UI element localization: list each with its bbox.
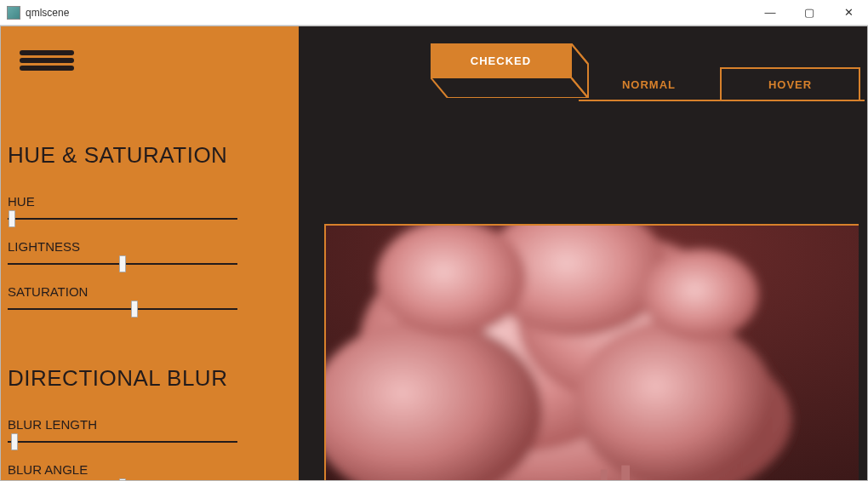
slider-lightness: LIGHTNESS: [8, 239, 292, 272]
window-close-button[interactable]: ✕: [829, 0, 868, 26]
slider-label: HUE: [8, 194, 292, 209]
section-hue-saturation: HUE & SATURATION HUE LIGHTNESS SATURATIO…: [1, 142, 299, 318]
app-frame: HUE & SATURATION HUE LIGHTNESS SATURATIO…: [0, 26, 868, 481]
section-directional-blur: DIRECTIONAL BLUR BLUR LENGTH BLUR ANGLE: [1, 365, 299, 480]
slider-thumb[interactable]: [119, 255, 126, 272]
window-maximize-button[interactable]: ▢: [790, 0, 829, 26]
top-button-bar: CHECKED NORMAL HOVER: [431, 43, 860, 112]
slider-thumb[interactable]: [131, 301, 138, 318]
slider-blur-length: BLUR LENGTH: [8, 417, 292, 450]
slider-blur-angle: BLUR ANGLE: [8, 462, 292, 480]
slider-track[interactable]: [8, 301, 237, 318]
button-label: HOVER: [768, 78, 812, 91]
smoke-cloud-image: [326, 226, 859, 480]
slider-saturation: SATURATION: [8, 284, 292, 318]
window-minimize-button[interactable]: —: [751, 0, 790, 26]
slider-hue: HUE: [8, 194, 292, 227]
svg-rect-15: [621, 466, 630, 480]
normal-button[interactable]: NORMAL: [579, 67, 719, 101]
app-icon: [7, 6, 20, 20]
svg-marker-0: [431, 77, 588, 98]
window-title: qmlscene: [26, 7, 69, 19]
svg-point-13: [642, 249, 759, 341]
slider-label: SATURATION: [8, 284, 292, 299]
image-preview: [324, 224, 859, 480]
button-label: CHECKED: [471, 54, 531, 67]
sidebar: HUE & SATURATION HUE LIGHTNESS SATURATIO…: [1, 26, 299, 480]
svg-rect-14: [601, 469, 608, 480]
slider-track[interactable]: [8, 210, 237, 227]
section-title: DIRECTIONAL BLUR: [8, 365, 292, 392]
button-label: NORMAL: [622, 78, 676, 91]
window-titlebar: qmlscene — ▢ ✕: [0, 0, 868, 26]
slider-thumb[interactable]: [11, 433, 18, 450]
hamburger-menu-icon[interactable]: [20, 47, 74, 74]
checked-button[interactable]: CHECKED: [431, 43, 571, 77]
section-title: HUE & SATURATION: [8, 142, 292, 169]
slider-track[interactable]: [8, 255, 237, 272]
hover-button[interactable]: HOVER: [720, 67, 860, 101]
slider-label: LIGHTNESS: [8, 239, 292, 254]
slider-thumb[interactable]: [119, 478, 126, 480]
slider-thumb[interactable]: [9, 210, 15, 227]
svg-point-10: [575, 319, 775, 480]
slider-track[interactable]: [8, 433, 237, 450]
svg-line-2: [571, 43, 588, 64]
slider-track[interactable]: [8, 478, 237, 480]
slider-label: BLUR LENGTH: [8, 417, 292, 432]
slider-label: BLUR ANGLE: [8, 462, 292, 477]
